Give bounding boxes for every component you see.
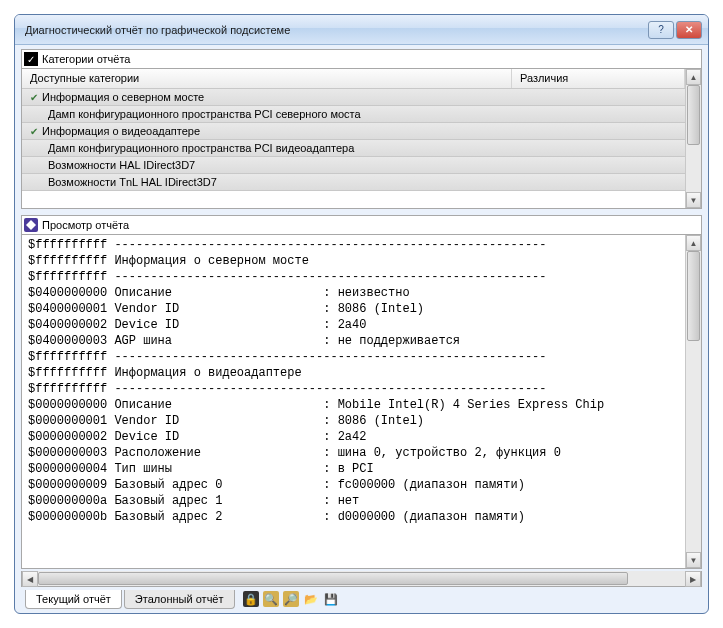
category-label: Дамп конфигурационного пространства PCI … (48, 108, 361, 120)
category-row[interactable]: Дамп конфигурационного пространства PCI … (22, 106, 685, 123)
tab-current[interactable]: Текущий отчёт (25, 590, 122, 609)
titlebar-buttons: ? ✕ (648, 21, 702, 39)
category-label: Дамп конфигурационного пространства PCI … (48, 142, 354, 154)
tab-bar: Текущий отчёт Эталонный отчёт 🔒 🔍 🔎 📂 💾 (21, 587, 702, 611)
svg-marker-0 (26, 220, 36, 230)
window-title: Диагностический отчёт по графической под… (21, 24, 648, 36)
category-label: Информация о видеоадаптере (42, 125, 200, 137)
category-row[interactable]: ✔Информация о северном мосте (22, 89, 685, 106)
scroll-thumb[interactable] (687, 251, 700, 341)
scroll-track[interactable] (686, 85, 701, 192)
find-icon[interactable]: 🔍 (263, 591, 279, 607)
scroll-track[interactable] (686, 251, 701, 552)
categories-body: Доступные категории Различия ✔Информация… (22, 69, 685, 208)
scroll-up-icon[interactable]: ▲ (686, 235, 701, 251)
lock-icon[interactable]: 🔒 (243, 591, 259, 607)
toolbar-icons: 🔒 🔍 🔎 📂 💾 (243, 591, 339, 607)
scroll-thumb[interactable] (687, 85, 700, 145)
categories-title: Категории отчёта (42, 53, 130, 65)
report-text[interactable]: $ffffffffff ----------------------------… (22, 235, 685, 568)
scroll-down-icon[interactable]: ▼ (686, 552, 701, 568)
scroll-left-icon[interactable]: ◀ (22, 571, 38, 587)
tab-reference[interactable]: Эталонный отчёт (124, 590, 235, 609)
categories-rows: ✔Информация о северном мостеДамп конфигу… (22, 89, 685, 208)
col-available[interactable]: Доступные категории (22, 69, 512, 88)
viewer-header: Просмотр отчёта (21, 215, 702, 235)
scroll-down-icon[interactable]: ▼ (686, 192, 701, 208)
category-label: Возможности TnL HAL IDirect3D7 (48, 176, 217, 188)
categories-header: ✓ Категории отчёта (21, 49, 702, 69)
category-label: Информация о северном мосте (42, 91, 204, 103)
check-icon: ✔ (30, 126, 38, 137)
col-diff[interactable]: Различия (512, 69, 685, 88)
compare-icon[interactable]: 🔎 (283, 591, 299, 607)
categories-scrollbar[interactable]: ▲ ▼ (685, 69, 701, 208)
scroll-up-icon[interactable]: ▲ (686, 69, 701, 85)
open-icon[interactable]: 📂 (303, 591, 319, 607)
category-row[interactable]: Возможности TnL HAL IDirect3D7 (22, 174, 685, 191)
scroll-right-icon[interactable]: ▶ (685, 571, 701, 587)
categories-panel: Доступные категории Различия ✔Информация… (21, 69, 702, 209)
category-row[interactable]: Дамп конфигурационного пространства PCI … (22, 140, 685, 157)
viewer-title: Просмотр отчёта (42, 219, 129, 231)
content-area: ✓ Категории отчёта Доступные категории Р… (15, 45, 708, 613)
category-row[interactable]: ✔Информация о видеоадаптере (22, 123, 685, 140)
report-scrollbar-h[interactable]: ◀ ▶ (21, 571, 702, 587)
dialog-window: Диагностический отчёт по графической под… (14, 14, 709, 614)
report-scrollbar-v[interactable]: ▲ ▼ (685, 235, 701, 568)
category-label: Возможности HAL IDirect3D7 (48, 159, 195, 171)
save-icon[interactable]: 💾 (323, 591, 339, 607)
report-panel: $ffffffffff ----------------------------… (21, 235, 702, 569)
scroll-track-h[interactable] (38, 571, 685, 586)
titlebar[interactable]: Диагностический отчёт по графической под… (15, 15, 708, 45)
help-button[interactable]: ? (648, 21, 674, 39)
categories-column-headers: Доступные категории Различия (22, 69, 685, 89)
check-icon: ✔ (30, 92, 38, 103)
checkbox-icon[interactable]: ✓ (24, 52, 38, 66)
diamond-icon (24, 218, 38, 232)
scroll-thumb-h[interactable] (38, 572, 628, 585)
close-button[interactable]: ✕ (676, 21, 702, 39)
category-row[interactable]: Возможности HAL IDirect3D7 (22, 157, 685, 174)
